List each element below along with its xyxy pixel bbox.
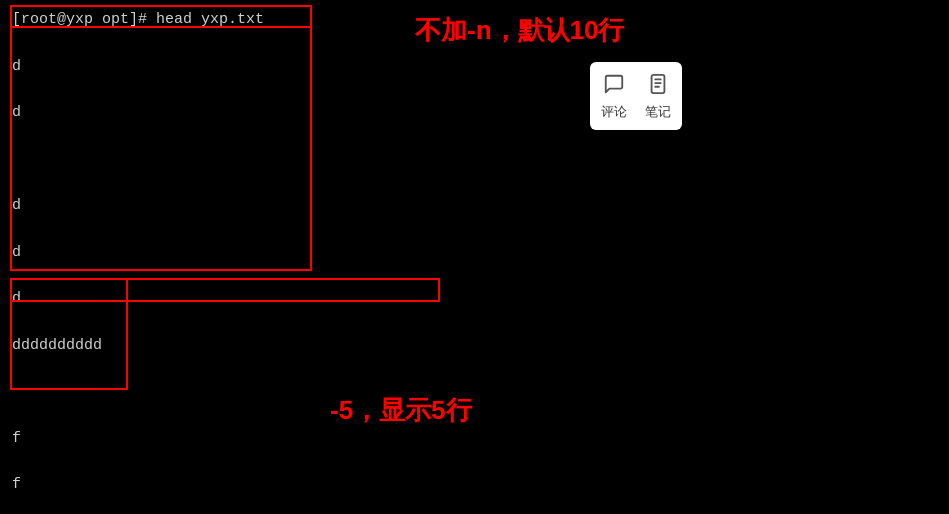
terminal-line-6: d (12, 287, 937, 310)
popup-label-comment: 评论 (601, 102, 627, 122)
terminal-line-1: d (12, 55, 937, 78)
popup-menu: 评论 笔记 (590, 62, 682, 130)
terminal-line-2: d (12, 101, 937, 124)
terminal-line-3 (12, 148, 937, 171)
terminal-line-5: d (12, 241, 937, 264)
note-icon (644, 70, 672, 98)
popup-item-note[interactable]: 笔记 (644, 70, 672, 122)
terminal-line-8 (12, 380, 937, 403)
terminal-line-10: f (12, 473, 937, 496)
terminal-line-7: dddddddddd (12, 334, 937, 357)
popup-label-note: 笔记 (645, 102, 671, 122)
terminal-line-4: d (12, 194, 937, 217)
terminal-line-9: f (12, 427, 937, 450)
popup-item-comment[interactable]: 评论 (600, 70, 628, 122)
terminal-line-0: [root@yxp opt]# head yxp.txt (12, 8, 937, 31)
comment-icon (600, 70, 628, 98)
